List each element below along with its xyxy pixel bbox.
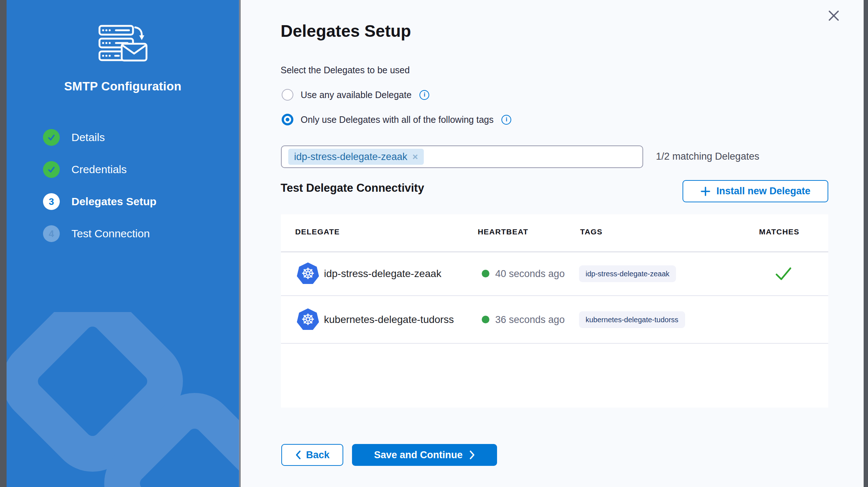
chevron-left-icon [295, 450, 301, 460]
kubernetes-icon: ☸ [297, 262, 319, 285]
step-label: Test Connection [71, 227, 150, 240]
chevron-right-icon [469, 450, 475, 460]
delegate-tag-badge: kubernetes-delegate-tudorss [579, 311, 685, 328]
smtp-server-mail-icon [98, 25, 148, 62]
row-divider [281, 343, 828, 344]
radio-use-any-delegate[interactable]: Use any available Delegate i [282, 89, 429, 101]
radio-unselected-icon[interactable] [282, 89, 293, 101]
step-label: Delegates Setup [71, 195, 156, 208]
smtp-configuration-modal: SMTP Configuration Details Credentials 3… [0, 0, 868, 487]
wizard-title: SMTP Configuration [7, 79, 239, 93]
kubernetes-icon: ☸ [297, 308, 319, 331]
page-title: Delegates Setup [281, 21, 411, 41]
info-icon[interactable]: i [419, 90, 429, 100]
tag-chip: idp-stress-delegate-zeaak × [288, 149, 424, 165]
back-button[interactable]: Back [281, 444, 343, 466]
wizard-steps: Details Credentials 3 Delegates Setup 4 … [43, 129, 156, 257]
radio-label: Use any available Delegate [301, 90, 411, 100]
sidebar-step-credentials[interactable]: Credentials [43, 161, 156, 178]
info-icon[interactable]: i [501, 115, 511, 125]
tag-chip-label: idp-stress-delegate-zeaak [294, 151, 407, 163]
column-header-tags: TAGS [580, 227, 603, 236]
delegates-table: DELEGATE HEARTBEAT TAGS MATCHES ☸ idp-st… [281, 214, 828, 408]
plus-icon [700, 186, 711, 196]
sidebar-step-delegates-setup[interactable]: 3 Delegates Setup [43, 193, 156, 210]
save-button-label: Save and Continue [374, 449, 462, 461]
save-and-continue-button[interactable]: Save and Continue [352, 444, 497, 466]
section-title: Test Delegate Connectivity [281, 182, 424, 195]
matching-delegates-count: 1/2 matching Delegates [656, 151, 759, 162]
radio-only-tagged-delegates[interactable]: Only use Delegates with all of the follo… [282, 114, 511, 125]
step-number-badge: 3 [43, 193, 60, 210]
sidebar-step-details[interactable]: Details [43, 129, 156, 146]
heartbeat-time: 36 seconds ago [495, 314, 565, 326]
delegate-name: kubernetes-delegate-tudorss [324, 314, 454, 326]
step-label: Details [71, 131, 105, 144]
heartbeat-status-dot [482, 270, 489, 277]
sidebar-step-test-connection[interactable]: 4 Test Connection [43, 225, 156, 242]
radio-label: Only use Delegates with all of the follo… [301, 114, 493, 125]
heartbeat-time: 40 seconds ago [495, 268, 565, 280]
matches-check-icon [775, 266, 792, 283]
remove-tag-icon[interactable]: × [413, 152, 418, 161]
harness-logo-watermark [7, 312, 240, 487]
column-header-heartbeat: HEARTBEAT [478, 227, 528, 236]
header-divider [281, 252, 828, 252]
install-new-delegate-button[interactable]: Install new Delegate [683, 180, 828, 202]
column-header-matches: MATCHES [759, 227, 799, 236]
close-icon[interactable] [827, 9, 841, 23]
heartbeat-status-dot [482, 316, 489, 323]
wizard-sidebar: SMTP Configuration Details Credentials 3… [7, 0, 240, 487]
delegate-tags-input[interactable]: idp-stress-delegate-zeaak × [281, 145, 643, 168]
radio-selected-icon[interactable] [282, 114, 293, 125]
page-subtitle: Select the Delegates to be used [281, 65, 410, 75]
install-button-label: Install new Delegate [716, 186, 810, 197]
row-divider [281, 295, 828, 296]
delegate-name: idp-stress-delegate-zeaak [324, 268, 441, 280]
delegate-tag-badge: idp-stress-delegate-zeaak [579, 265, 676, 282]
step-label: Credentials [71, 163, 127, 176]
back-button-label: Back [306, 449, 330, 461]
step-done-check-icon [43, 161, 60, 178]
step-number-badge: 4 [43, 225, 60, 242]
column-header-delegate: DELEGATE [295, 227, 340, 236]
step-done-check-icon [43, 129, 60, 146]
delegates-setup-panel: Delegates Setup Select the Delegates to … [241, 0, 864, 487]
